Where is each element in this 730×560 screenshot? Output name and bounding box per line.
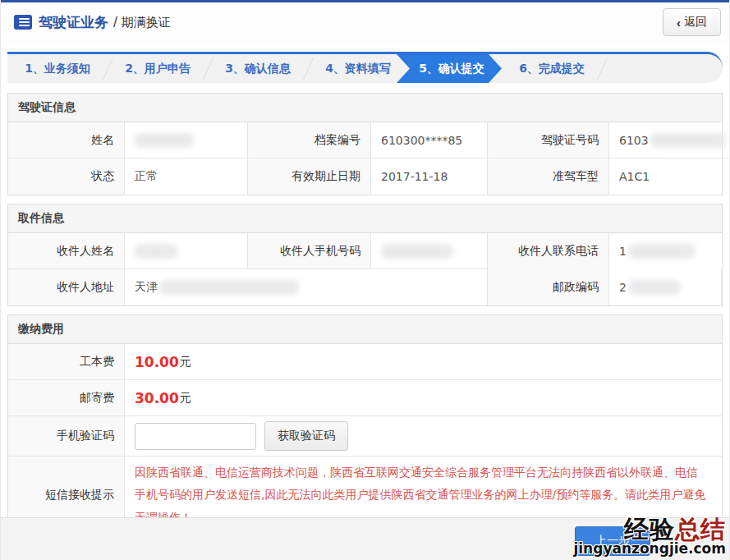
expiry-value: 2017-11-18	[371, 158, 488, 195]
step-2-user-declaration[interactable]: 2、用户申告	[108, 54, 208, 83]
step-bar-filler	[602, 54, 723, 83]
page-header: 驾驶证业务 / 期满换证 ‹ 返回	[1, 2, 729, 42]
status-value: 正常	[125, 158, 248, 195]
previous-step-button[interactable]: 上一步	[575, 526, 650, 556]
pickup-section-title: 取件信息	[8, 204, 722, 233]
license-menu-icon	[14, 15, 32, 30]
license-no-label: 驾驶证号码	[488, 122, 609, 158]
status-label: 状态	[8, 158, 125, 195]
fee-unit: 元	[180, 391, 191, 406]
step-5-confirm-submit[interactable]: 5、确认提交	[397, 54, 502, 83]
fee-unit: 元	[180, 355, 191, 370]
file-no-label: 档案编号	[248, 122, 371, 158]
production-fee-value: 10.00 元	[125, 344, 722, 380]
file-no-value: 610300****85	[371, 122, 488, 158]
name-label: 姓名	[8, 122, 125, 158]
redacted-license-no	[650, 133, 726, 148]
postage-fee-value: 30.00 元	[125, 380, 722, 416]
step-1-business-notice[interactable]: 1、业务须知	[7, 54, 108, 83]
back-button[interactable]: ‹ 返回	[663, 8, 721, 36]
sms-code-input[interactable]	[135, 423, 256, 450]
page-title: 驾驶证业务	[39, 13, 108, 32]
recipient-mobile-label: 收件人手机号码	[248, 233, 371, 269]
redacted-recipient-mobile	[381, 244, 453, 259]
name-value	[125, 122, 248, 158]
postage-fee-label: 邮寄费	[8, 380, 125, 416]
redacted-recipient-address	[159, 280, 299, 295]
footer-bar: 上一步	[1, 517, 729, 560]
back-chevron-icon: ‹	[677, 16, 681, 30]
recipient-name-label: 收件人姓名	[8, 233, 125, 269]
step-6-complete-submit[interactable]: 6、完成提交	[502, 54, 602, 83]
vehicle-type-label: 准驾车型	[488, 158, 609, 195]
production-fee-label: 工本费	[8, 344, 125, 380]
fees-section: 缴纳费用 工本费 10.00 元 邮寄费 30.00 元 手机验证码 获取验证码…	[7, 314, 723, 535]
vehicle-type-value: A1C1	[609, 158, 730, 195]
back-button-label: 返回	[684, 15, 707, 30]
redacted-postal-code	[628, 280, 681, 295]
get-sms-code-button[interactable]: 获取验证码	[264, 421, 348, 451]
redacted-name	[135, 133, 194, 148]
step-3-confirm-info[interactable]: 3、确认信息	[208, 54, 308, 83]
recipient-name-value	[125, 233, 248, 269]
pickup-info-section: 取件信息 收件人姓名 收件人手机号码 收件人联系电话 1 收件人地址 天津 邮政…	[7, 204, 723, 306]
recipient-address-value: 天津	[125, 269, 488, 305]
step-4-fill-data[interactable]: 4、资料填写	[308, 54, 408, 83]
license-section-title: 驾驶证信息	[8, 94, 722, 122]
recipient-address-label: 收件人地址	[8, 269, 125, 305]
redacted-recipient-phone	[628, 244, 696, 259]
recipient-phone-value: 1	[609, 233, 722, 269]
postal-code-value: 2	[609, 269, 722, 305]
license-no-value: 6103 〈	[609, 122, 730, 158]
recipient-mobile-value	[371, 233, 488, 269]
postal-code-label: 邮政编码	[488, 269, 609, 305]
sms-code-label: 手机验证码	[8, 416, 125, 457]
fees-section-title: 缴纳费用	[8, 315, 722, 344]
sms-code-row: 获取验证码	[125, 416, 722, 457]
recipient-phone-label: 收件人联系电话	[488, 233, 609, 269]
step-wizard: 1、业务须知 2、用户申告 3、确认信息 4、资料填写 5、确认提交 6、完成提…	[1, 52, 729, 83]
expiry-label: 有效期止日期	[248, 158, 371, 195]
license-info-section: 驾驶证信息 姓名 档案编号 610300****85 驾驶证号码 6103 〈 …	[7, 93, 723, 195]
redacted-recipient-name	[135, 244, 177, 259]
breadcrumb-current: / 期满换证	[113, 15, 171, 30]
